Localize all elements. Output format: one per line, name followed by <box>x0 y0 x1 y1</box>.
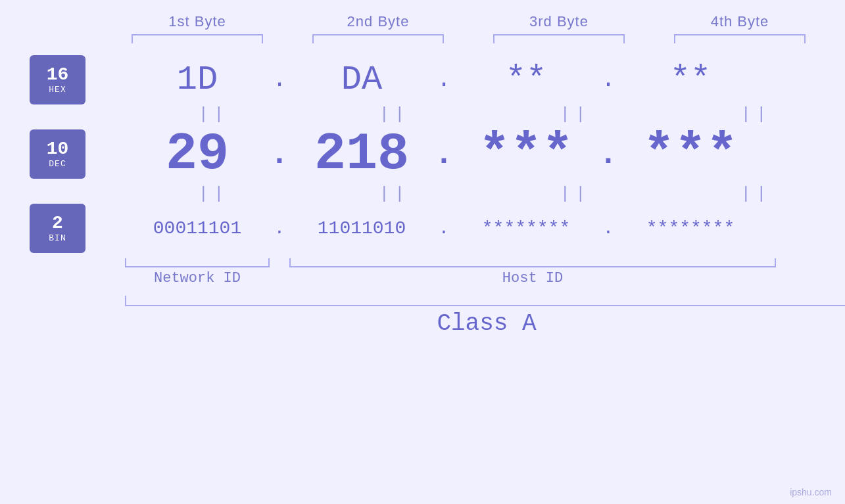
eq2-b3: || <box>503 184 648 204</box>
bin-byte3: ******** <box>454 218 598 239</box>
bin-dot1: . <box>270 218 289 239</box>
hex-row: 16 HEX 1D . DA . ** . ** <box>0 55 845 104</box>
class-label: Class A <box>125 310 845 337</box>
dec-dot1: . <box>270 137 289 172</box>
dec-badge: 10 DEC <box>30 129 85 179</box>
bin-row: 2 BIN 00011101 . 11011010 . ******** . *… <box>0 204 845 253</box>
bottom-brackets <box>125 258 845 267</box>
bottom-area: Network ID Host ID Class A <box>0 258 845 337</box>
bin-badge-number: 2 <box>52 214 63 234</box>
byte4-header: 4th Byte <box>667 13 812 30</box>
equals-row-1: || || || || <box>124 104 846 124</box>
top-brackets <box>107 34 831 43</box>
host-id-label: Host ID <box>289 270 776 286</box>
bracket-byte1 <box>132 34 263 43</box>
eq1-b4: || <box>684 104 829 124</box>
watermark: ipshu.com <box>790 487 832 497</box>
dec-row: 10 DEC 29 . 218 . *** . *** <box>0 124 845 184</box>
dec-byte1: 29 <box>125 124 270 184</box>
hex-badge: 16 HEX <box>30 55 85 104</box>
bin-badge: 2 BIN <box>30 204 85 253</box>
bin-byte1: 00011101 <box>125 218 270 239</box>
dec-values: 29 . 218 . *** . *** <box>125 124 845 184</box>
eq1-b3: || <box>503 104 648 124</box>
id-labels-row: Network ID Host ID <box>125 270 845 286</box>
bin-badge-type: BIN <box>49 233 66 243</box>
dec-byte2: 218 <box>289 124 434 184</box>
dec-byte4: *** <box>618 124 763 184</box>
hex-byte1: 1D <box>125 60 270 99</box>
bin-byte4: ******** <box>618 218 763 239</box>
hex-badge-number: 16 <box>47 65 69 85</box>
eq1-b2: || <box>322 104 467 124</box>
hex-dot1: . <box>270 66 289 93</box>
hex-byte2: DA <box>289 60 434 99</box>
eq2-b4: || <box>684 184 829 204</box>
network-bracket <box>125 258 270 267</box>
hex-badge-type: HEX <box>49 85 66 95</box>
hex-dot3: . <box>598 66 618 93</box>
equals-row-2: || || || || <box>124 184 846 204</box>
bin-dot3: . <box>598 218 618 239</box>
eq2-b1: || <box>141 184 286 204</box>
dec-badge-type: DEC <box>49 159 66 169</box>
eq2-b2: || <box>322 184 467 204</box>
main-container: 1st Byte 2nd Byte 3rd Byte 4th Byte 16 H… <box>0 0 845 504</box>
hex-byte3: ** <box>454 60 598 99</box>
dec-byte3: *** <box>454 124 598 184</box>
dec-badge-number: 10 <box>47 139 69 160</box>
byte1-header: 1st Byte <box>125 13 270 30</box>
dec-dot2: . <box>434 137 454 172</box>
bracket-byte4 <box>674 34 806 43</box>
bin-values: 00011101 . 11011010 . ******** . *******… <box>125 218 845 239</box>
byte3-header: 3rd Byte <box>487 13 631 30</box>
bracket-byte2 <box>312 34 444 43</box>
byte2-header: 2nd Byte <box>306 13 450 30</box>
class-bracket <box>125 296 845 306</box>
network-id-label: Network ID <box>125 270 270 286</box>
hex-dot2: . <box>434 66 454 93</box>
bracket-byte3 <box>493 34 625 43</box>
bin-dot2: . <box>434 218 454 239</box>
host-bracket <box>289 258 776 267</box>
dec-dot3: . <box>598 137 618 172</box>
bin-byte2: 11011010 <box>289 218 434 239</box>
hex-values: 1D . DA . ** . ** <box>125 60 845 99</box>
eq1-b1: || <box>141 104 286 124</box>
hex-byte4: ** <box>618 60 763 99</box>
byte-headers: 1st Byte 2nd Byte 3rd Byte 4th Byte <box>107 13 831 30</box>
